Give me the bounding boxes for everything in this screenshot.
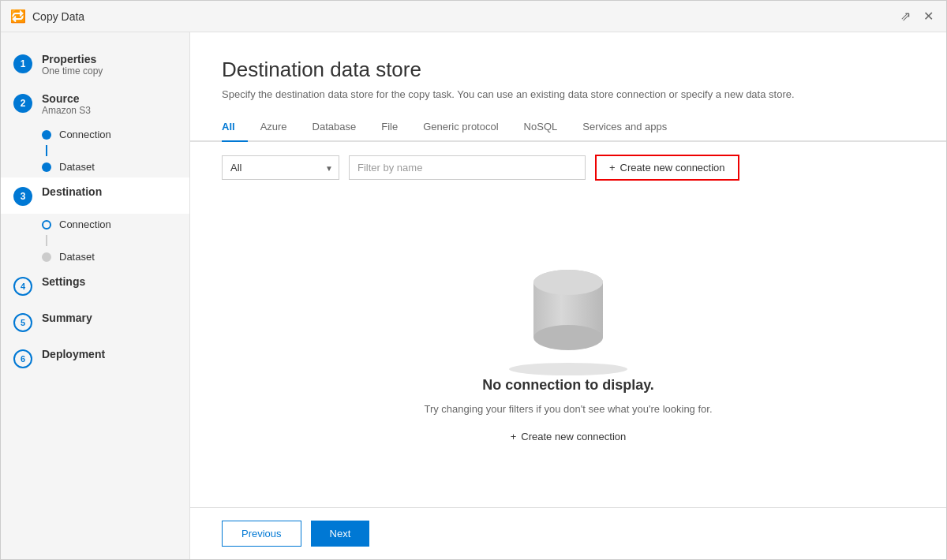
panel-header: Destination data store Specify the desti… (190, 32, 946, 113)
filter-name-input[interactable] (349, 155, 586, 180)
dest-connection-label: Connection (59, 218, 111, 230)
panel-footer: Previous Next (190, 507, 946, 559)
create-btn-label: Create new connection (620, 162, 725, 174)
main-panel: Destination data store Specify the desti… (190, 32, 946, 559)
step-name-6: Deployment (42, 348, 105, 360)
sidebar: 1 Properties One time copy 2 Source Amaz… (1, 32, 190, 559)
source-dataset-label: Dataset (59, 161, 95, 173)
step-label-6: Deployment (42, 348, 105, 360)
title-bar: 🔁 Copy Data ⇗ ✕ (1, 1, 946, 32)
next-button[interactable]: Next (311, 521, 370, 547)
step-circle-4: 4 (13, 277, 32, 296)
source-connection-sub-step: Connection (42, 124, 189, 145)
dest-connection-dot (42, 220, 51, 230)
empty-state-subtitle: Try changing your filters if you don't s… (424, 403, 712, 415)
create-connection-button-empty[interactable]: + Create new connection (511, 431, 627, 442)
tab-nosql[interactable]: NoSQL (511, 113, 571, 142)
tab-azure[interactable]: Azure (248, 113, 300, 142)
dest-dataset-label: Dataset (59, 251, 95, 263)
dest-dataset-sub-step: Dataset (42, 246, 189, 267)
sidebar-item-source[interactable]: 2 Source Amazon S3 (1, 84, 189, 124)
source-connection-label: Connection (59, 129, 111, 140)
sub-step-connector (46, 145, 47, 156)
copy-data-icon: 🔁 (10, 9, 26, 24)
dest-sub-steps: Connection Dataset (1, 214, 189, 267)
filter-select-wrap: All Azure Database File Generic protocol… (222, 155, 339, 180)
tab-file[interactable]: File (369, 113, 410, 142)
window-title: Copy Data (32, 10, 897, 23)
sidebar-item-summary[interactable]: 5 Summary (1, 304, 189, 340)
svg-point-4 (509, 363, 627, 375)
window-controls: ⇗ ✕ (897, 7, 937, 25)
previous-button[interactable]: Previous (222, 521, 301, 547)
source-dataset-sub-step: Dataset (42, 156, 189, 177)
plus-icon-empty: + (511, 431, 517, 442)
tab-generic-protocol[interactable]: Generic protocol (410, 113, 511, 142)
dest-dataset-dot (42, 252, 51, 262)
tab-database[interactable]: Database (300, 113, 369, 142)
tab-services-and-apps[interactable]: Services and apps (570, 113, 679, 142)
source-dataset-dot (42, 162, 51, 172)
sidebar-item-properties[interactable]: 1 Properties One time copy (1, 45, 189, 84)
step-name-5: Summary (42, 312, 92, 324)
filter-bar: All Azure Database File Generic protocol… (190, 142, 946, 193)
sidebar-item-deployment[interactable]: 6 Deployment (1, 340, 189, 376)
create-connection-button-top[interactable]: + Create new connection (595, 155, 739, 181)
step-sub-2: Amazon S3 (42, 105, 91, 116)
empty-state-title: No connection to display. (482, 377, 654, 394)
source-connection-dot (42, 130, 51, 140)
step-name-2: Source (42, 92, 91, 105)
step-label-4: Settings (42, 275, 85, 288)
create-link-label: Create new connection (521, 431, 626, 442)
source-sub-steps: Connection Dataset (1, 124, 189, 177)
step-name-3: Destination (42, 185, 102, 198)
panel-subtitle: Specify the destination data store for t… (222, 88, 915, 100)
step-name-4: Settings (42, 275, 85, 288)
close-button[interactable]: ✕ (920, 7, 937, 25)
database-shadow (505, 361, 631, 377)
step-circle-2: 2 (13, 94, 32, 113)
sidebar-item-settings[interactable]: 4 Settings (1, 267, 189, 304)
step-label-1: Properties One time copy (42, 53, 103, 77)
step-label-3: Destination (42, 185, 102, 198)
sidebar-item-destination[interactable]: 3 Destination (1, 177, 189, 214)
step-circle-1: 1 (13, 54, 32, 73)
step-name-1: Properties (42, 53, 103, 65)
step-sub-1: One time copy (42, 65, 103, 77)
step-circle-6: 6 (13, 349, 32, 368)
panel-title: Destination data store (222, 58, 915, 82)
step-label-2: Source Amazon S3 (42, 92, 91, 116)
svg-point-3 (533, 270, 603, 295)
plus-icon: + (609, 162, 616, 174)
filter-dropdown[interactable]: All Azure Database File Generic protocol… (222, 155, 339, 180)
maximize-button[interactable]: ⇗ (897, 7, 914, 25)
svg-point-2 (533, 325, 603, 350)
dest-connection-sub-step: Connection (42, 214, 189, 235)
dest-sub-step-connector (46, 235, 47, 246)
empty-state: No connection to display. Try changing y… (190, 193, 946, 507)
step-circle-3: 3 (13, 187, 32, 206)
main-content: 1 Properties One time copy 2 Source Amaz… (1, 32, 946, 559)
database-icon (521, 259, 616, 361)
step-label-5: Summary (42, 312, 92, 324)
step-circle-5: 5 (13, 313, 32, 332)
tabs-bar: All Azure Database File Generic protocol… (190, 113, 946, 142)
copy-data-window: 🔁 Copy Data ⇗ ✕ 1 Properties One time co… (0, 0, 947, 560)
tab-all[interactable]: All (222, 113, 248, 142)
